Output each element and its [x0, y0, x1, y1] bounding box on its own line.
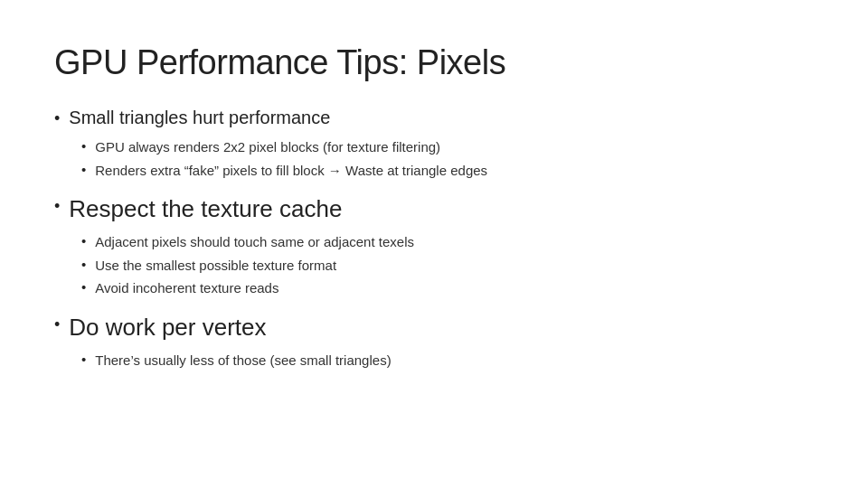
bullet-l1-work-per-vertex: • Do work per vertex — [54, 314, 814, 342]
bullet-label-work-per-vertex: Do work per vertex — [69, 314, 266, 342]
sub-bullet-text-1-1: GPU always renders 2x2 pixel blocks (for… — [95, 137, 440, 158]
slide: GPU Performance Tips: Pixels • Small tri… — [0, 0, 868, 488]
sub-bullet-text-2-1: Adjacent pixels should touch same or adj… — [95, 232, 414, 253]
sub-bullet-text-2-2: Use the smallest possible texture format — [95, 256, 336, 277]
list-item: • Adjacent pixels should touch same or a… — [81, 232, 814, 253]
sub-bullets-small-triangles: • GPU always renders 2x2 pixel blocks (f… — [81, 137, 814, 181]
list-item: • There’s usually less of those (see sma… — [81, 351, 814, 371]
slide-title: GPU Performance Tips: Pixels — [54, 43, 814, 82]
bullet-dot-3: • — [54, 315, 60, 334]
bullet-dot-2: • — [54, 197, 60, 216]
bullet-dot-l2-3: • — [81, 233, 86, 249]
section-small-triangles: • Small triangles hurt performance • GPU… — [54, 108, 814, 190]
bullet-dot-l2-6: • — [81, 352, 86, 367]
sub-bullets-texture-cache: • Adjacent pixels should touch same or a… — [81, 232, 814, 299]
section-texture-cache: • Respect the texture cache • Adjacent p… — [54, 195, 814, 308]
list-item: • Avoid incoherent texture reads — [81, 278, 814, 299]
sub-bullet-text-3-1: There’s usually less of those (see small… — [95, 351, 391, 371]
bullet-label-texture-cache: Respect the texture cache — [69, 195, 342, 223]
sub-bullets-work-per-vertex: • There’s usually less of those (see sma… — [81, 351, 814, 371]
bullet-l1-small-triangles: • Small triangles hurt performance — [54, 108, 814, 128]
bullet-dot-1: • — [54, 109, 60, 128]
section-work-per-vertex: • Do work per vertex • There’s usually l… — [54, 314, 814, 380]
bullet-dot-l2-4: • — [81, 257, 86, 272]
list-item: • Use the smallest possible texture form… — [81, 256, 814, 277]
bullet-dot-l2-1: • — [81, 138, 86, 154]
sub-bullet-text-2-3: Avoid incoherent texture reads — [95, 278, 278, 299]
list-item: • Renders extra “fake” pixels to fill bl… — [81, 161, 814, 182]
bullet-l1-texture-cache: • Respect the texture cache — [54, 195, 814, 223]
sub-bullet-text-1-2: Renders extra “fake” pixels to fill bloc… — [95, 161, 487, 182]
bullet-dot-l2-2: • — [81, 162, 86, 177]
bullet-dot-l2-5: • — [81, 279, 86, 295]
bullet-label-small-triangles: Small triangles hurt performance — [69, 108, 330, 128]
list-item: • GPU always renders 2x2 pixel blocks (f… — [81, 137, 814, 158]
content-area: • Small triangles hurt performance • GPU… — [54, 108, 814, 385]
